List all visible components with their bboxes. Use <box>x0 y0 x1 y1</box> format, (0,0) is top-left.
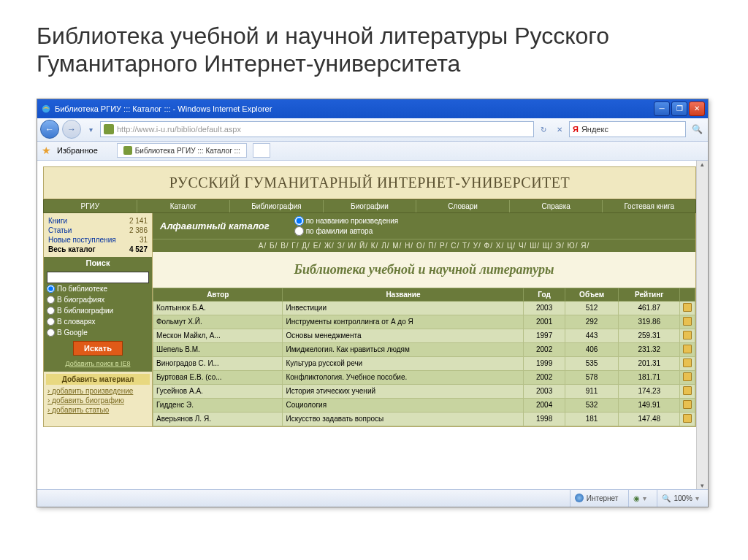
nav-link[interactable]: РГИУ <box>44 200 137 212</box>
status-zoom[interactable]: 🔍 100% ▾ <box>657 490 703 507</box>
site-nav: РГИУКаталогБиблиографияБиографииСловариС… <box>43 199 696 213</box>
download-cell[interactable] <box>680 384 695 398</box>
stats-row[interactable]: Статьи2 386 <box>47 226 149 235</box>
add-link[interactable]: добавить биографию <box>46 396 150 405</box>
scrollbar[interactable] <box>696 161 708 489</box>
table-row[interactable]: Гусейнов А.А.История этических учений200… <box>153 384 695 398</box>
status-bar: Интернет ◉ ▾ 🔍 100% ▾ <box>37 489 708 507</box>
table-cell: 1999 <box>524 356 565 370</box>
download-cell[interactable] <box>680 329 695 342</box>
search-box[interactable]: Я Яндекс <box>569 121 686 137</box>
table-cell: 1997 <box>524 329 565 342</box>
table-row[interactable]: Фольмут Х.Й.Инструменты контроллинга от … <box>153 315 695 329</box>
favorites-label[interactable]: Избранное <box>57 146 98 155</box>
download-cell[interactable] <box>680 356 695 370</box>
back-button[interactable]: ← <box>40 120 59 139</box>
download-cell[interactable] <box>680 315 695 329</box>
table-row[interactable]: Мескон Майкл, А...Основы менеджмента1997… <box>153 329 695 342</box>
add-link[interactable]: добавить произведение <box>46 386 150 396</box>
download-cell[interactable] <box>680 398 695 412</box>
search-option[interactable]: В библиографии <box>47 305 149 316</box>
table-header[interactable]: Год <box>524 288 565 301</box>
stats-row[interactable]: Книги2 141 <box>47 216 149 226</box>
stop-button[interactable]: ✕ <box>553 121 566 137</box>
table-cell: Фольмут Х.Й. <box>153 315 283 329</box>
table-cell: 535 <box>565 356 619 370</box>
search-panel: По библиотекеВ биографияхВ библиографииВ… <box>44 269 152 372</box>
table-header[interactable]: Автор <box>153 288 283 301</box>
table-row[interactable]: Шепель В.М.Имиджелогия. Как нравиться лю… <box>153 342 695 356</box>
shield-icon: ◉ <box>633 494 640 502</box>
close-button[interactable]: ✕ <box>689 101 705 116</box>
document-icon <box>683 372 692 381</box>
table-cell: Инвестиции <box>283 301 524 315</box>
table-row[interactable]: Колтынюк Б.А.Инвестиции2003512461.87 <box>153 301 695 315</box>
nav-link[interactable]: Справка <box>510 200 603 212</box>
content-area: РУССКИЙ ГУМАНИТАРНЫЙ ИНТЕРНЕТ-УНИВЕРСИТЕ… <box>37 161 708 489</box>
search-input[interactable] <box>47 272 149 283</box>
table-cell: Основы менеджмента <box>283 329 524 342</box>
table-row[interactable]: Аверьянов Л. Я.Искусство задавать вопрос… <box>153 412 695 426</box>
table-row[interactable]: Виноградов С. И...Культура русской речи1… <box>153 356 695 370</box>
document-icon <box>683 358 692 367</box>
sidebar: Книги2 141Статьи2 386Новые поступления31… <box>43 213 153 427</box>
table-cell: 201.31 <box>619 356 680 370</box>
window-title: Библиотека РГИУ ::: Каталог ::: - Window… <box>55 104 654 113</box>
nav-link[interactable]: Словари <box>416 200 510 212</box>
search-icon[interactable]: 🔍 <box>689 121 705 137</box>
maximize-button[interactable]: ❐ <box>671 101 687 116</box>
table-header[interactable]: Объем <box>565 288 619 301</box>
search-button[interactable]: Искать <box>73 341 123 356</box>
table-cell: Культура русской речи <box>283 356 524 370</box>
document-icon <box>683 400 692 409</box>
status-internet: Интернет <box>570 490 623 507</box>
download-cell[interactable] <box>680 370 695 384</box>
document-icon <box>683 386 692 395</box>
yandex-icon: Я <box>573 125 579 134</box>
minimize-button[interactable]: ─ <box>654 101 670 116</box>
catalog-opt-by-title[interactable]: по названию произведения <box>294 216 399 226</box>
search-option[interactable]: По библиотеке <box>47 283 149 294</box>
table-cell: Шепель В.М. <box>153 342 283 356</box>
add-search-ie8-link[interactable]: Добавить поиск в IE8 <box>47 358 149 369</box>
download-cell[interactable] <box>680 301 695 315</box>
nav-link[interactable]: Гостевая книга <box>603 200 695 212</box>
table-cell: 147.48 <box>619 412 680 426</box>
new-tab-button[interactable] <box>253 143 270 158</box>
nav-link[interactable]: Биографии <box>324 200 417 212</box>
search-option[interactable]: В Google <box>47 327 149 338</box>
table-cell: 2003 <box>524 384 565 398</box>
catalog-opt-by-author[interactable]: по фамилии автора <box>294 226 399 236</box>
url-text: http://www.i-u.ru/biblio/default.aspx <box>117 125 241 134</box>
download-cell[interactable] <box>680 342 695 356</box>
titlebar: Библиотека РГИУ ::: Каталог ::: - Window… <box>37 99 708 118</box>
dropdown-icon[interactable]: ▾ <box>84 121 97 137</box>
document-icon <box>683 317 692 326</box>
table-cell: 512 <box>565 301 619 315</box>
alphabet-index[interactable]: А/ Б/ В/ Г/ Д/ Е/ Ж/ З/ И/ Й/ К/ Л/ М/ Н… <box>153 239 695 252</box>
table-row[interactable]: Гидденс Э.Социология2004532149.91 <box>153 398 695 412</box>
nav-link[interactable]: Библиография <box>230 200 324 212</box>
search-panel-header: Поиск <box>44 257 152 269</box>
forward-button[interactable]: → <box>62 120 81 139</box>
search-option[interactable]: В словарях <box>47 316 149 327</box>
table-header[interactable]: Рейтинг <box>619 288 680 301</box>
stats-row[interactable]: Новые поступления31 <box>47 235 149 245</box>
document-icon <box>683 303 692 312</box>
address-bar[interactable]: http://www.i-u.ru/biblio/default.aspx <box>100 121 534 137</box>
download-cell[interactable] <box>680 412 695 426</box>
add-material-header: Добавить материал <box>46 374 150 385</box>
table-cell: Конфликтология. Учебное пособие. <box>283 370 524 384</box>
table-row[interactable]: Буртовая Е.В. (со...Конфликтология. Учеб… <box>153 370 695 384</box>
tab-favicon <box>123 146 132 155</box>
favorites-star-icon[interactable]: ★ <box>42 145 51 156</box>
nav-link[interactable]: Каталог <box>137 200 231 212</box>
table-cell: 2002 <box>524 342 565 356</box>
svg-point-0 <box>42 105 50 113</box>
table-header[interactable]: Название <box>283 288 524 301</box>
add-link[interactable]: добавить статью <box>46 405 150 415</box>
search-option[interactable]: В биографиях <box>47 294 149 305</box>
browser-tab[interactable]: Библиотека РГИУ ::: Каталог ::: <box>117 143 247 158</box>
table-cell: Искусство задавать вопросы <box>283 412 524 426</box>
refresh-button[interactable]: ↻ <box>537 121 550 137</box>
